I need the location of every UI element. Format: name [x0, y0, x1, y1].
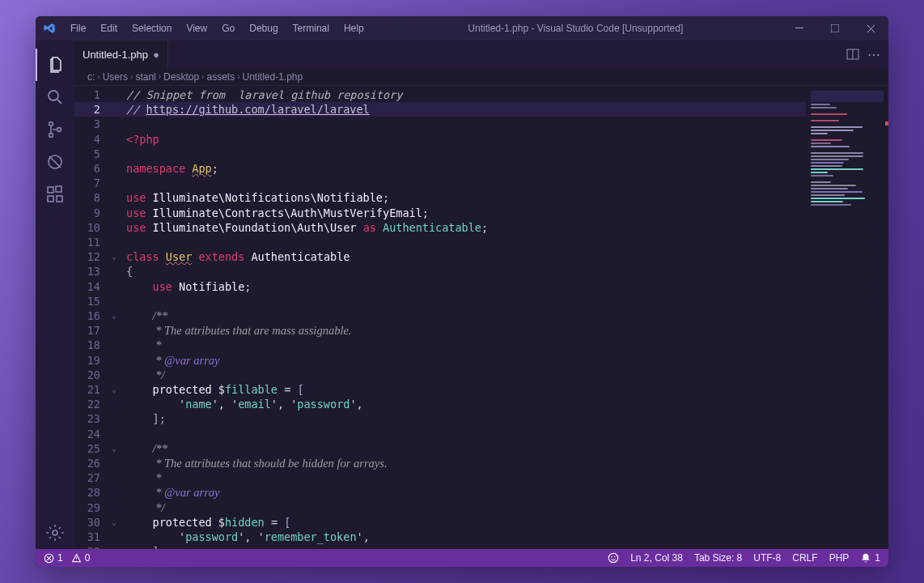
extensions-icon[interactable] — [36, 178, 74, 211]
code-line[interactable]: 15 — [74, 294, 888, 309]
menu-help[interactable]: Help — [338, 20, 370, 36]
explorer-icon[interactable] — [36, 49, 74, 81]
status-feedback-icon[interactable] — [608, 552, 619, 564]
titlebar[interactable]: FileEditSelectionViewGoDebugTerminalHelp… — [36, 16, 888, 40]
code-line[interactable]: 2// https://github.com/laravel/laravel — [74, 102, 888, 117]
status-encoding[interactable]: UTF-8 — [753, 552, 781, 564]
code-line[interactable]: 16⌄ /** — [74, 309, 888, 323]
fold-chevron-icon[interactable]: ⌄ — [112, 382, 123, 397]
fold-gutter — [112, 264, 123, 279]
code-line[interactable]: 8use Illuminate\Notifications\Notifiable… — [74, 190, 888, 205]
line-number: 15 — [74, 294, 112, 309]
code-line[interactable]: 22 'name', 'email', 'password', — [74, 397, 888, 411]
svg-rect-10 — [56, 186, 61, 192]
line-number: 16 — [74, 309, 112, 323]
minimize-button[interactable] — [782, 16, 817, 40]
status-language[interactable]: PHP — [829, 552, 850, 564]
code-line[interactable]: 5 — [74, 147, 888, 161]
svg-rect-8 — [48, 196, 53, 202]
status-tab-size[interactable]: Tab Size: 8 — [694, 552, 742, 564]
minimap[interactable] — [806, 86, 888, 549]
search-icon[interactable] — [36, 81, 74, 113]
code-line[interactable]: 7 — [74, 176, 888, 190]
activity-bar — [36, 40, 74, 549]
fold-gutter — [112, 147, 123, 161]
fold-gutter — [112, 500, 123, 515]
fold-chevron-icon[interactable]: ⌄ — [112, 309, 123, 323]
menu-terminal[interactable]: Terminal — [287, 20, 335, 36]
code-line[interactable]: 19 * @var array — [74, 353, 888, 368]
fold-gutter — [112, 397, 123, 411]
code-line[interactable]: 20 */ — [74, 368, 888, 382]
fold-gutter — [112, 190, 123, 205]
status-errors[interactable]: 1 — [44, 552, 63, 564]
code-line[interactable]: 1// Snippet from laravel github reposito… — [74, 87, 888, 102]
menu-view[interactable]: View — [180, 20, 213, 36]
code-line[interactable]: 12⌄class User extends Authenticatable — [74, 249, 888, 264]
fold-gutter — [112, 485, 123, 500]
code-text: */ — [123, 368, 164, 382]
breadcrumb-segment[interactable]: Desktop — [163, 71, 199, 83]
code-line[interactable]: 32 ]; — [74, 544, 888, 549]
code-line[interactable]: 11 — [74, 235, 888, 249]
line-number: 18 — [74, 338, 112, 352]
fold-gutter — [112, 161, 123, 176]
fold-gutter — [112, 176, 123, 190]
code-line[interactable]: 30⌄ protected $hidden = [ — [74, 515, 888, 530]
code-line[interactable]: 25⌄ /** — [74, 441, 888, 456]
fold-gutter — [112, 338, 123, 352]
debug-icon[interactable] — [36, 146, 74, 178]
breadcrumb-segment[interactable]: Users — [103, 71, 128, 83]
code-line[interactable]: 4<?php — [74, 132, 888, 147]
menu-edit[interactable]: Edit — [95, 20, 123, 36]
code-line[interactable]: 17 * The attributes that are mass assign… — [74, 323, 888, 338]
code-line[interactable]: 21⌄ protected $fillable = [ — [74, 382, 888, 397]
source-control-icon[interactable] — [36, 113, 74, 146]
code-text: ]; — [123, 544, 166, 549]
code-line[interactable]: 27 * — [74, 470, 888, 485]
maximize-button[interactable] — [817, 16, 853, 40]
code-line[interactable]: 13{ — [74, 264, 888, 279]
menu-selection[interactable]: Selection — [126, 20, 177, 36]
code-line[interactable]: 10use Illuminate\Foundation\Auth\User as… — [74, 220, 888, 235]
fold-chevron-icon[interactable]: ⌄ — [112, 249, 123, 264]
line-number: 3 — [74, 117, 112, 131]
code-line[interactable]: 6namespace App; — [74, 161, 888, 176]
menu-file[interactable]: File — [65, 20, 91, 36]
code-line[interactable]: 29 */ — [74, 500, 888, 515]
svg-point-14 — [609, 553, 618, 562]
status-cursor-position[interactable]: Ln 2, Col 38 — [630, 552, 683, 564]
menu-go[interactable]: Go — [216, 20, 240, 36]
status-warnings[interactable]: 0 — [71, 552, 91, 564]
code-line[interactable]: 3 — [74, 117, 888, 131]
fold-chevron-icon[interactable]: ⌄ — [112, 441, 123, 456]
breadcrumb-segment[interactable]: Untitled-1.php — [242, 71, 303, 83]
editor[interactable]: 1// Snippet from laravel github reposito… — [74, 86, 888, 549]
line-number: 14 — [74, 279, 112, 294]
tab-dirty-icon[interactable]: ● — [153, 49, 159, 61]
line-number: 30 — [74, 515, 112, 530]
more-actions-icon[interactable]: ⋯ — [867, 47, 880, 62]
close-button[interactable] — [853, 16, 888, 40]
code-line[interactable]: 24 — [74, 427, 888, 441]
status-eol[interactable]: CRLF — [792, 552, 817, 564]
code-line[interactable]: 18 * — [74, 338, 888, 352]
code-line[interactable]: 23 ]; — [74, 411, 888, 426]
breadcrumb-segment[interactable]: c: — [87, 71, 95, 83]
line-number: 26 — [74, 456, 112, 470]
code-line[interactable]: 28 * @var array — [74, 485, 888, 500]
code-line[interactable]: 9use Illuminate\Contracts\Auth\MustVerif… — [74, 206, 888, 220]
breadcrumb-segment[interactable]: stanl — [135, 71, 155, 83]
fold-chevron-icon[interactable]: ⌄ — [112, 515, 123, 530]
code-line[interactable]: 31 'password', 'remember_token', — [74, 530, 888, 544]
code-line[interactable]: 26 * The attributes that should be hidde… — [74, 456, 888, 470]
code-text — [123, 235, 126, 249]
menu-debug[interactable]: Debug — [244, 20, 283, 36]
code-line[interactable]: 14 use Notifiable; — [74, 279, 888, 294]
breadcrumb-segment[interactable]: assets — [206, 71, 235, 83]
split-editor-icon[interactable] — [846, 48, 859, 61]
status-notifications[interactable]: 1 — [860, 552, 880, 564]
settings-gear-icon[interactable] — [36, 517, 74, 549]
tab-untitled-1-php[interactable]: Untitled-1.php ● — [74, 40, 168, 68]
breadcrumbs[interactable]: c: › Users › stanl › Desktop › assets › … — [74, 68, 888, 86]
